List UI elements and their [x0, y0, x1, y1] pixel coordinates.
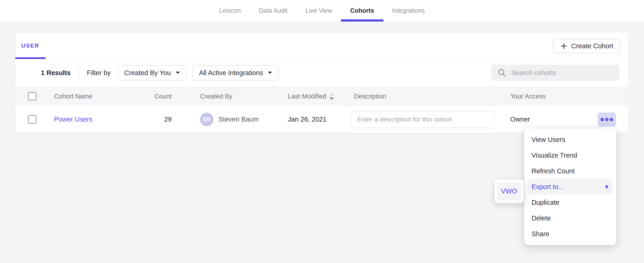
header-your-access: Your Access — [510, 87, 546, 106]
table-header-row: Cohort Name Count Created By Last Modifi… — [15, 87, 629, 106]
row-checkbox[interactable] — [28, 115, 36, 124]
caret-right-icon — [606, 184, 609, 189]
nav-item-cohorts[interactable]: Cohorts — [350, 0, 374, 22]
header-cohort-name: Cohort Name — [54, 87, 93, 106]
more-icon — [605, 118, 608, 121]
filter-by-label: Filter by — [87, 69, 111, 77]
select-all-checkbox[interactable] — [28, 92, 36, 101]
submenu-item-vwo[interactable]: VWO — [497, 182, 521, 200]
menu-item-share[interactable]: Share — [528, 226, 612, 242]
menu-item-view-users[interactable]: View Users — [528, 132, 612, 147]
caret-down-icon — [268, 71, 272, 74]
row-checkbox-cell — [28, 106, 37, 133]
creator-name: Steven Baum — [218, 116, 259, 123]
avatar: SB — [200, 113, 214, 126]
nav-item-data-audit[interactable]: Data Audit — [259, 0, 288, 22]
created-by-cell: SB Steven Baum — [200, 106, 259, 133]
header-count: Count — [126, 87, 172, 106]
export-submenu: VWO — [494, 180, 524, 203]
search-icon — [497, 68, 506, 77]
nav-item-lexicon[interactable]: Lexicon — [219, 0, 241, 22]
create-cohort-label: Create Cohort — [571, 42, 613, 50]
panel-header: USER Create Cohort — [15, 33, 629, 59]
select-all-cell — [28, 87, 37, 106]
last-modified-value: Jan 26, 2021 — [288, 106, 326, 133]
menu-item-export-to[interactable]: Export to... — [528, 179, 612, 195]
menu-item-visualize-trend[interactable]: Visualize Trend — [528, 147, 612, 163]
nav-item-integrations[interactable]: Integrations — [392, 0, 425, 22]
nav-item-live-view[interactable]: Live View — [306, 0, 332, 22]
sort-icon[interactable] — [329, 93, 334, 100]
created-by-filter-dropdown[interactable]: Created By You — [118, 65, 186, 80]
search-cohorts-box — [491, 65, 620, 81]
plus-icon — [560, 43, 567, 50]
menu-item-refresh-count[interactable]: Refresh Count — [528, 163, 612, 179]
search-cohorts-input[interactable] — [511, 65, 620, 81]
more-icon — [600, 118, 604, 121]
header-description: Description — [354, 87, 386, 106]
results-count: 1 Results — [41, 69, 71, 77]
cohorts-panel: USER Create Cohort 1 Results Filter by C… — [15, 32, 629, 134]
more-icon — [610, 118, 613, 121]
top-nav: Lexicon Data Audit Live View Cohorts Int… — [0, 0, 644, 22]
header-last-modified-label: Last Modified — [288, 93, 326, 100]
cohort-count: 29 — [126, 106, 172, 133]
integrations-filter-dropdown[interactable]: All Active Integrations — [193, 65, 278, 80]
create-cohort-button[interactable]: Create Cohort — [553, 39, 621, 53]
row-more-button[interactable] — [598, 113, 616, 126]
row-actions-menu: View Users Visualize Trend Refresh Count… — [524, 128, 616, 245]
created-by-filter-value: Created By You — [124, 69, 171, 77]
filter-bar: 1 Results Filter by Created By You All A… — [15, 59, 629, 87]
header-last-modified[interactable]: Last Modified — [288, 87, 334, 106]
menu-item-delete[interactable]: Delete — [528, 210, 612, 226]
cohort-name-link[interactable]: Power Users — [54, 116, 92, 123]
integrations-filter-value: All Active Integrations — [199, 69, 263, 77]
description-input[interactable] — [351, 111, 494, 128]
menu-item-duplicate[interactable]: Duplicate — [528, 195, 612, 210]
header-created-by: Created By — [200, 87, 232, 106]
menu-item-export-label: Export to... — [532, 183, 564, 191]
tab-user[interactable]: USER — [15, 33, 46, 59]
caret-down-icon — [176, 71, 180, 74]
divider — [78, 67, 79, 79]
